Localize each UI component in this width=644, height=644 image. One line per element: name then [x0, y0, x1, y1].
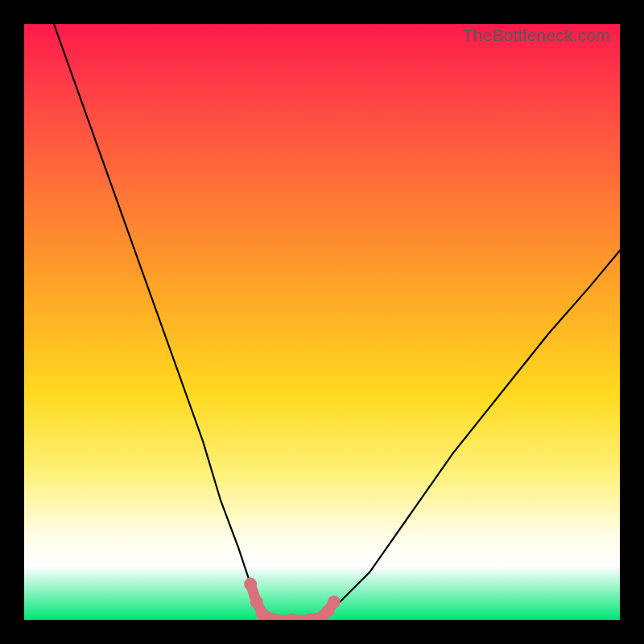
- bottleneck-curve-path: [54, 24, 620, 620]
- marker-dot: [328, 596, 341, 609]
- marker-dot: [250, 596, 263, 609]
- chart-svg: [24, 24, 620, 620]
- chart-frame: TheBottleneck.com: [0, 0, 644, 644]
- plot-area: TheBottleneck.com: [24, 24, 620, 620]
- marker-dot: [244, 578, 257, 591]
- marker-dot: [256, 608, 269, 620]
- flat-bottom-marker-dots: [244, 578, 341, 620]
- marker-dot: [286, 613, 299, 620]
